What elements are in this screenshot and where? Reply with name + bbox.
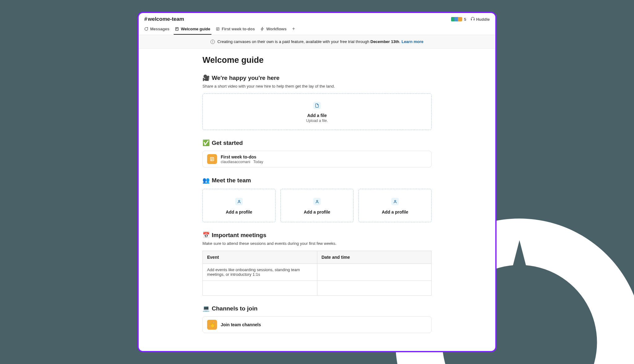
page-title: Welcome guide xyxy=(202,55,432,65)
members-button[interactable]: 5 xyxy=(452,17,466,22)
table-header-event: Event xyxy=(203,251,317,264)
section-get-started: ✅ Get started First week to-dos claudias… xyxy=(202,139,432,167)
add-file-dropzone[interactable]: Add a file Upload a file. xyxy=(202,93,432,130)
add-tab-button[interactable]: + xyxy=(292,26,295,35)
channel-tabs: Messages Welcome guide First week to-dos… xyxy=(139,22,495,35)
headphones-icon xyxy=(471,17,475,22)
section-meetings-title: 📅 Important meetings xyxy=(202,232,432,239)
svg-point-3 xyxy=(238,200,240,202)
channels-card-title: Join team channels xyxy=(221,322,261,327)
messages-icon xyxy=(144,27,148,31)
join-channels-card[interactable]: 👋 Join team channels xyxy=(202,316,432,333)
section-meet-team-title: 👥 Meet the team xyxy=(202,177,432,184)
member-count: 5 xyxy=(464,17,466,22)
section-meetings-desc: Make sure to attend these sessions and e… xyxy=(202,241,432,246)
tab-workflows[interactable]: Workflows xyxy=(260,27,287,34)
table-cell[interactable]: Add events like onboarding sessions, sta… xyxy=(203,264,317,281)
list-card-meta: claudiasaccomani Today xyxy=(221,160,263,164)
dropzone-title: Add a file xyxy=(307,113,327,118)
channel-name[interactable]: # welcome-team xyxy=(144,16,184,22)
dropzone-subtitle: Upload a file. xyxy=(306,119,328,123)
workflows-icon xyxy=(260,27,264,31)
check-emoji-icon: ✅ xyxy=(202,139,210,146)
svg-point-5 xyxy=(394,200,396,202)
hash-icon: # xyxy=(144,16,147,22)
channel-header: # welcome-team 5 Huddle xyxy=(139,13,495,22)
file-icon xyxy=(313,102,321,109)
tab-messages-label: Messages xyxy=(150,27,169,31)
table-cell[interactable] xyxy=(317,281,432,296)
add-profile-card[interactable]: Add a profile xyxy=(358,189,432,222)
add-profile-label: Add a profile xyxy=(382,210,408,214)
list-card-title: First week to-dos xyxy=(221,154,263,159)
section-channels: 💻 Channels to join 👋 Join team channels xyxy=(202,305,432,333)
people-emoji-icon: 👥 xyxy=(202,177,210,184)
avatar-icon xyxy=(458,17,462,21)
table-cell[interactable] xyxy=(203,281,317,296)
tab-first-week-label: First week to-dos xyxy=(222,27,255,31)
add-profile-label: Add a profile xyxy=(304,210,330,214)
section-get-started-title: ✅ Get started xyxy=(202,139,432,146)
canvas-icon xyxy=(175,27,179,31)
calendar-emoji-icon: 📅 xyxy=(202,232,210,239)
wave-emoji-icon: 👋 xyxy=(207,320,217,330)
person-icon xyxy=(391,198,399,205)
table-row[interactable]: Add events like onboarding sessions, sta… xyxy=(203,264,432,281)
huddle-label: Huddle xyxy=(476,17,490,22)
info-icon: i xyxy=(211,40,215,44)
section-meetings: 📅 Important meetings Make sure to attend… xyxy=(202,232,432,296)
list-card-icon xyxy=(207,154,217,164)
section-welcome-desc: Share a short video with your new hire t… xyxy=(202,84,432,89)
table-row[interactable] xyxy=(203,281,432,296)
svg-point-4 xyxy=(316,200,318,202)
person-icon xyxy=(313,198,321,205)
section-welcome: 🎥 We're happy you're here Share a short … xyxy=(202,74,432,130)
app-window: # welcome-team 5 Huddle Messages xyxy=(137,12,497,352)
header-actions: 5 Huddle xyxy=(452,17,490,22)
tab-welcome-guide[interactable]: Welcome guide xyxy=(175,27,210,34)
banner-text: Creating canvases on their own is a paid… xyxy=(217,39,423,44)
table-cell[interactable] xyxy=(317,264,432,281)
canvas-content: Welcome guide 🎥 We're happy you're here … xyxy=(202,49,432,352)
add-profile-card[interactable]: Add a profile xyxy=(202,189,276,222)
learn-more-link[interactable]: Learn more xyxy=(402,39,423,44)
add-profile-card[interactable]: Add a profile xyxy=(280,189,354,222)
computer-emoji-icon: 💻 xyxy=(202,305,210,312)
channel-name-text: welcome-team xyxy=(148,16,184,22)
camera-emoji-icon: 🎥 xyxy=(202,74,210,81)
section-meet-team: 👥 Meet the team Add a profile Add a prof… xyxy=(202,177,432,222)
tab-messages[interactable]: Messages xyxy=(144,27,169,34)
member-avatars xyxy=(452,17,462,21)
table-header-date: Date and time xyxy=(317,251,432,264)
meetings-table: Event Date and time Add events like onbo… xyxy=(202,251,432,296)
info-banner: i Creating canvases on their own is a pa… xyxy=(139,35,495,49)
tab-workflows-label: Workflows xyxy=(266,27,287,31)
huddle-button[interactable]: Huddle xyxy=(471,17,490,22)
section-channels-title: 💻 Channels to join xyxy=(202,305,432,312)
list-icon xyxy=(216,27,220,31)
section-welcome-title: 🎥 We're happy you're here xyxy=(202,74,432,81)
tab-first-week[interactable]: First week to-dos xyxy=(216,27,255,34)
add-profile-label: Add a profile xyxy=(226,210,252,214)
tab-welcome-guide-label: Welcome guide xyxy=(181,27,210,31)
first-week-card[interactable]: First week to-dos claudiasaccomani Today xyxy=(202,151,432,167)
person-icon xyxy=(235,198,243,205)
